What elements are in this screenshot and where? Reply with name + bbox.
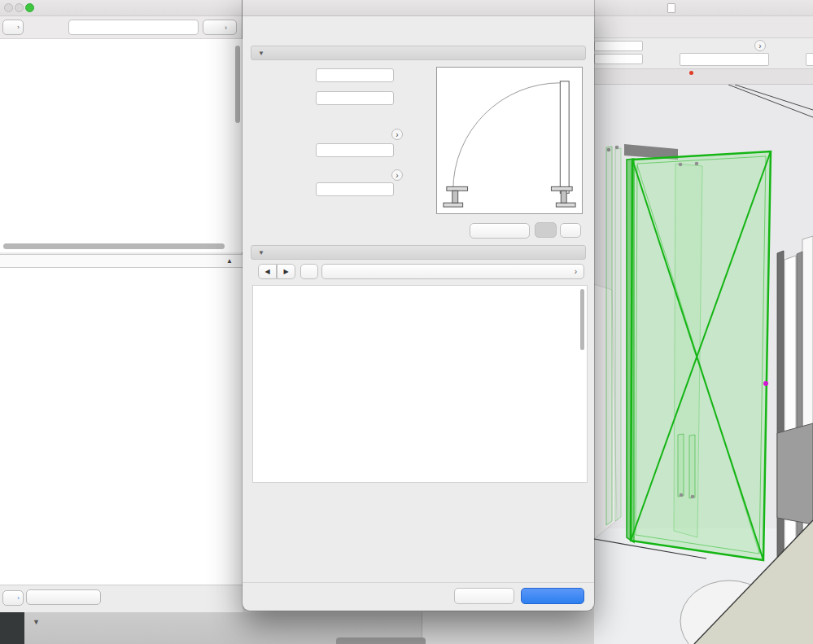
library-tree: [0, 39, 243, 252]
window-zoom-button[interactable]: [25, 3, 34, 12]
background-tab: [336, 637, 426, 644]
sill-anchor-menu-button[interactable]: ›: [754, 40, 766, 51]
library-part-button[interactable]: ›: [2, 20, 24, 35]
sill-anchor-icon: [651, 45, 674, 66]
door-sill-icon: [275, 138, 299, 161]
background-panel: [422, 612, 594, 644]
handle-cutout-2: [689, 435, 695, 498]
window-close-button[interactable]: [4, 3, 13, 12]
reveal-icon: [776, 46, 804, 64]
notification-dot: [689, 71, 693, 75]
gray-cabinet: [777, 423, 813, 524]
flip-button[interactable]: [470, 223, 530, 239]
swing-arc: [453, 83, 561, 191]
reveal-field[interactable]: [806, 53, 813, 66]
list-header[interactable]: ▲: [0, 254, 243, 268]
previous-page-button[interactable]: ◀: [258, 264, 277, 279]
ok-button[interactable]: [521, 588, 584, 604]
favorites-star-icon[interactable]: [28, 20, 42, 34]
library-part-icon: [7, 22, 17, 33]
library-palette-window: › › ▲ ›: [0, 0, 243, 612]
footer-divider: [243, 582, 594, 583]
tree-horizontal-scrollbar[interactable]: [3, 243, 225, 249]
swing-right-toggle[interactable]: [560, 223, 581, 238]
plan-door-leaf: [560, 81, 569, 193]
white-door-leaf: [785, 256, 796, 585]
door-settings-icon: [271, 248, 282, 259]
parameter-list: [252, 285, 588, 483]
next-page-button[interactable]: ▶: [277, 264, 295, 279]
cancel-button[interactable]: [454, 588, 514, 604]
reveal-anchor-menu-button[interactable]: ›: [391, 169, 403, 181]
panel-preview-positioning[interactable]: ▼: [251, 46, 586, 60]
building-library-button[interactable]: ›: [2, 590, 24, 606]
door-ghost-1: [606, 147, 612, 525]
plan-wall-jambs: [444, 186, 575, 207]
infobox-field-2[interactable]: [594, 54, 643, 64]
search-input[interactable]: [68, 20, 199, 35]
background-dark-panel: [0, 612, 24, 644]
action-center-bar[interactable]: [594, 69, 813, 85]
main-titlebar: [594, 0, 813, 16]
sill-height-field[interactable]: [680, 53, 769, 66]
door-width-icon: [275, 64, 299, 85]
door-type-list: [0, 268, 243, 585]
sill-anchor-menu-button[interactable]: ›: [391, 129, 403, 140]
settings-gear-button[interactable]: ›: [203, 20, 237, 35]
main-toolbar: [594, 16, 813, 38]
magenta-hotspot[interactable]: [763, 381, 768, 386]
transfer-doc-icon: [304, 266, 315, 278]
chevron-down-icon: ▼: [33, 618, 40, 626]
selected-door-leaf[interactable]: [631, 151, 771, 560]
handle-cutout-1: [678, 434, 684, 497]
swing-left-icon: [540, 225, 552, 236]
parameter-scrollbar[interactable]: [580, 289, 584, 350]
main-window: ›: [594, 0, 813, 644]
document-icon: [667, 3, 675, 13]
search-icon: [47, 20, 61, 34]
door-height-field[interactable]: [316, 91, 394, 105]
gray-door-frame: [777, 251, 784, 598]
dialog-titlebar[interactable]: [243, 0, 594, 16]
chat-panel-header[interactable]: ▼: [33, 614, 46, 627]
swing-right-icon: [565, 225, 577, 236]
tree-vertical-scrollbar[interactable]: [235, 46, 240, 123]
sill-height-field[interactable]: [316, 143, 394, 157]
flip-rotate-icon: [438, 221, 466, 239]
palette-toolbar: › ›: [0, 16, 242, 39]
screen: › › ▲ › ▼: [0, 0, 813, 644]
infobox-field-1[interactable]: [594, 41, 643, 51]
palette-titlebar: [0, 0, 242, 16]
reveal-field[interactable]: [316, 182, 394, 196]
door-height-icon: [275, 90, 299, 112]
door-selection-settings-dialog: ▼ › ›: [243, 0, 594, 611]
swing-left-toggle[interactable]: [535, 222, 557, 238]
transfer-settings-button[interactable]: [300, 264, 318, 279]
panel-door-settings[interactable]: ▼: [251, 245, 586, 260]
sort-ascending-icon[interactable]: ▲: [226, 257, 233, 265]
empty-opening-button[interactable]: [26, 589, 101, 605]
building-icon: [7, 593, 17, 603]
door-reveal-icon: [262, 180, 295, 199]
gear-icon: [212, 22, 223, 33]
chevron-right-icon: ›: [575, 267, 577, 276]
door-preview[interactable]: [436, 67, 583, 214]
door-ghost-2: [615, 148, 621, 521]
viewport-3d[interactable]: [594, 85, 813, 644]
disclosure-down-icon: ▼: [258, 50, 264, 57]
window-minimize-button[interactable]: [15, 3, 24, 12]
disclosure-down-icon: ▼: [258, 249, 264, 256]
palette-bottom-bar: ›: [0, 585, 243, 612]
model-attributes-button[interactable]: ›: [321, 264, 584, 279]
door-width-field[interactable]: [316, 68, 394, 82]
door-panel-icon: [271, 48, 282, 59]
brush-icon: [330, 266, 341, 277]
background-window-strip: ▼: [0, 612, 594, 644]
info-box: ›: [594, 38, 813, 69]
